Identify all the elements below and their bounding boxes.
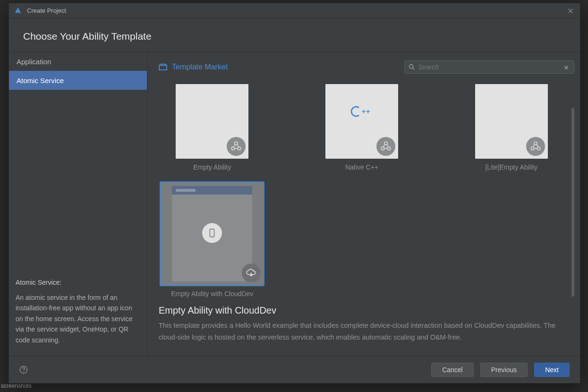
sidebar: Application Atomic Service Atomic Servic…	[9, 52, 147, 356]
search-input-container[interactable]	[404, 60, 574, 74]
svg-point-5	[238, 147, 241, 150]
svg-point-17	[531, 147, 534, 150]
template-scroll-area[interactable]: Empty Ability ++ Native C++	[159, 84, 574, 356]
main-toolbar: Template Market	[159, 59, 574, 76]
cpp-icon: ++	[325, 106, 398, 120]
scrollbar[interactable]	[571, 108, 574, 297]
template-market-label: Template Market	[172, 63, 228, 71]
cancel-button[interactable]: Cancel	[431, 363, 474, 377]
template-label: Empty Ability with CloudDev	[171, 290, 253, 298]
template-empty-ability-clouddev[interactable]: Empty Ability with CloudDev	[159, 182, 266, 298]
ability-badge-icon	[376, 137, 395, 156]
template-card	[475, 84, 548, 159]
previous-button[interactable]: Previous	[480, 363, 528, 377]
template-detail-text: This template provides a Hello World exa…	[159, 320, 565, 343]
ability-badge-icon	[526, 137, 545, 156]
cloud-badge-icon	[242, 264, 261, 282]
svg-line-2	[413, 68, 415, 70]
template-card	[161, 182, 264, 285]
ability-badge-icon	[227, 137, 246, 156]
dialog-title: Create Project	[27, 7, 66, 14]
main-panel: Template Market	[147, 52, 580, 356]
svg-rect-0	[159, 66, 167, 70]
template-detail-title: Empty Ability with CloudDev	[159, 305, 565, 316]
create-project-dialog: Create Project Choose Your Ability Templ…	[9, 3, 580, 383]
svg-point-23	[212, 236, 213, 236]
svg-line-6	[234, 145, 235, 147]
template-lite-empty-ability[interactable]: [Lite]Empty Ability	[458, 84, 565, 171]
template-empty-ability[interactable]: Empty Ability	[159, 84, 266, 171]
template-native-cpp[interactable]: ++ Native C++	[308, 84, 416, 171]
clear-search-icon[interactable]	[563, 64, 570, 70]
svg-line-19	[533, 145, 534, 147]
sidebar-description-body: An atomic service in the form of an inst…	[16, 292, 140, 345]
phone-icon	[202, 223, 222, 243]
svg-line-20	[537, 145, 538, 147]
titlebar: Create Project	[9, 3, 580, 18]
svg-point-12	[387, 147, 391, 150]
svg-point-1	[409, 65, 413, 68]
background-editor-strip: screenshots	[0, 383, 588, 392]
help-icon[interactable]	[19, 366, 28, 374]
sidebar-item-atomic-service[interactable]: Atomic Service	[9, 71, 147, 90]
svg-text:++: ++	[362, 108, 370, 115]
close-icon[interactable]	[566, 6, 575, 16]
template-grid: Empty Ability ++ Native C++	[159, 84, 569, 303]
sidebar-item-application[interactable]: Application	[9, 52, 147, 71]
svg-point-4	[232, 147, 235, 150]
svg-point-18	[537, 147, 540, 150]
template-card: ++	[325, 84, 398, 159]
template-market-link[interactable]: Template Market	[159, 63, 228, 71]
template-label: Empty Ability	[193, 163, 231, 171]
template-detail: Empty Ability with CloudDev This templat…	[159, 303, 569, 352]
page-title: Choose Your Ability Template	[9, 18, 580, 51]
svg-point-25	[23, 371, 24, 372]
app-logo-icon	[14, 7, 22, 15]
search-icon	[409, 64, 415, 70]
sidebar-description: Atomic Service: An atomic service in the…	[9, 270, 147, 356]
template-card	[176, 84, 248, 159]
template-label: [Lite]Empty Ability	[485, 163, 537, 171]
svg-line-7	[237, 145, 239, 147]
svg-point-11	[381, 147, 384, 150]
sidebar-description-title: Atomic Service:	[16, 277, 140, 288]
template-label: Native C++	[345, 163, 378, 171]
search-input[interactable]	[418, 63, 561, 71]
svg-line-14	[387, 145, 388, 147]
market-icon	[159, 64, 167, 70]
dialog-footer: Cancel Previous Next	[9, 356, 580, 383]
phone-mockup	[172, 186, 252, 281]
svg-line-13	[383, 145, 385, 147]
next-button[interactable]: Next	[534, 363, 570, 377]
